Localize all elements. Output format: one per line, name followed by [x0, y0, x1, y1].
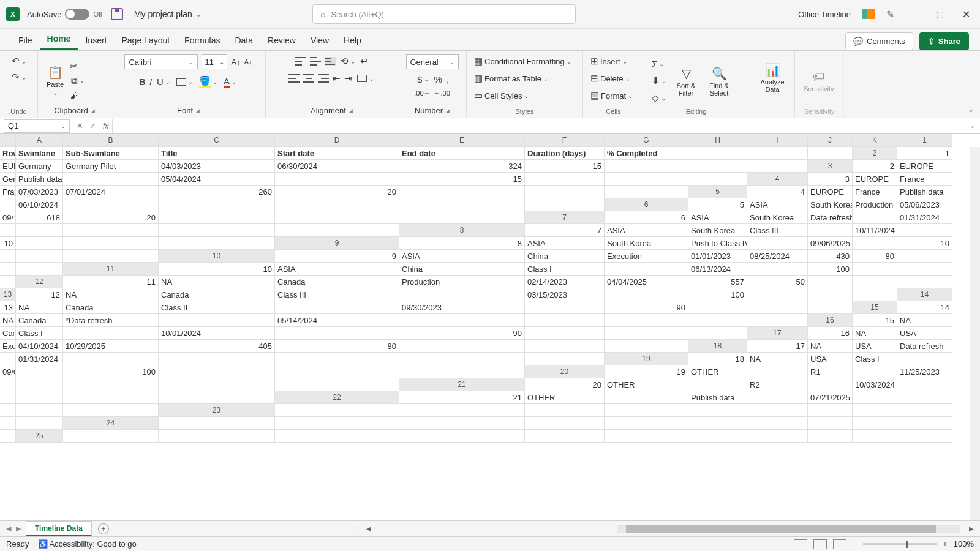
cell-J14[interactable] [747, 301, 808, 314]
cell-F16[interactable]: 10/01/2024 [159, 327, 275, 340]
cell-D21[interactable]: R2 [747, 378, 808, 391]
copy-button[interactable]: ⧉⌄ [70, 74, 86, 88]
cell-D18[interactable]: Data refresh [897, 340, 952, 353]
status-accessibility[interactable]: ♿ Accessibility: Good to go [38, 539, 137, 549]
cell-K24[interactable] [0, 430, 16, 443]
cell-I14[interactable] [688, 301, 747, 314]
row-header-4[interactable]: 4 [747, 173, 808, 186]
search-input[interactable]: ⌕ Search (Alt+Q) [312, 4, 576, 24]
cell-J20[interactable] [159, 378, 275, 391]
cell-B12[interactable]: NA [159, 276, 275, 288]
cell-B7[interactable]: ASIA [688, 211, 747, 224]
cell-C22[interactable] [605, 391, 688, 404]
autosave-toggle[interactable]: AutoSave Off [27, 9, 102, 20]
cell-J12[interactable] [853, 276, 897, 288]
cell-I20[interactable] [63, 378, 159, 391]
tab-file[interactable]: File [11, 31, 40, 50]
cell-J19[interactable] [275, 365, 399, 378]
cell-H8[interactable]: 10 [0, 237, 16, 250]
cell-J9[interactable] [16, 250, 63, 263]
cell-J21[interactable] [63, 391, 159, 404]
cell-I8[interactable] [16, 237, 63, 250]
cell-J24[interactable] [897, 417, 952, 430]
cell-J18[interactable] [399, 353, 525, 365]
decrease-indent-icon[interactable]: ⇤ [333, 73, 341, 84]
add-sheet-button[interactable]: + [98, 523, 109, 534]
cell-B2[interactable]: EUROPE [0, 160, 16, 173]
cell-G14[interactable] [525, 301, 605, 314]
align-top-icon[interactable] [295, 57, 306, 66]
cell-F17[interactable]: 10/29/2025 [63, 340, 159, 353]
cell-K4[interactable] [605, 186, 688, 198]
cell-B3[interactable]: EUROPE [897, 160, 952, 173]
cell-B6[interactable]: ASIA [747, 198, 808, 211]
cell-F10[interactable]: 08/25/2024 [747, 250, 808, 263]
cell-A5[interactable]: 4 [747, 186, 808, 198]
cell-I16[interactable] [525, 327, 605, 340]
font-color-button[interactable]: A⌄ [222, 75, 238, 89]
cell-K18[interactable] [525, 353, 605, 365]
cell-I17[interactable] [399, 340, 525, 353]
cell-A1[interactable]: Row ID [0, 147, 16, 160]
cell-H22[interactable] [897, 391, 952, 404]
cell-G6[interactable]: 618 [16, 211, 63, 224]
cell-I9[interactable] [0, 250, 16, 263]
cell-D22[interactable]: Publish data [688, 391, 747, 404]
row-header-13[interactable]: 13 [0, 288, 16, 301]
cell-E12[interactable]: 02/14/2023 [525, 276, 605, 288]
cell-F21[interactable]: 10/03/2024 [853, 378, 897, 391]
cell-G7[interactable] [0, 224, 16, 237]
cell-C6[interactable]: South Korea [808, 198, 853, 211]
cell-A3[interactable]: 2 [853, 160, 897, 173]
cell-K2[interactable] [747, 160, 808, 173]
cell-I6[interactable] [159, 211, 275, 224]
cell-B21[interactable]: OTHER [605, 378, 688, 391]
cell-F7[interactable]: 01/31/2024 [897, 211, 952, 224]
cell-J4[interactable] [525, 186, 605, 198]
fx-icon[interactable]: fx [99, 122, 112, 130]
collapse-ribbon-icon[interactable]: ⌄ [968, 105, 974, 114]
format-painter-icon[interactable]: 🖌 [70, 90, 86, 100]
hscroll-right-icon[interactable]: ▶ [967, 525, 976, 532]
insert-cells-button[interactable]: ⊞Insert⌄ [589, 54, 628, 68]
format-as-table-button[interactable]: ▥Format as Table⌄ [473, 72, 549, 85]
row-header-21[interactable]: 21 [399, 378, 525, 391]
percent-icon[interactable]: % [434, 74, 442, 84]
cell-H24[interactable] [808, 417, 853, 430]
comma-icon[interactable]: , [446, 74, 448, 84]
row-header-14[interactable]: 14 [897, 288, 952, 301]
cell-K25[interactable] [897, 430, 952, 443]
cell-I11[interactable] [853, 263, 897, 276]
underline-button[interactable]: U⌄ [156, 75, 172, 88]
cell-C12[interactable]: Canada [275, 276, 399, 288]
cell-A19[interactable]: 18 [688, 353, 747, 365]
cell-J17[interactable] [525, 340, 605, 353]
cell-E22[interactable] [747, 391, 808, 404]
align-middle-icon[interactable] [310, 57, 321, 66]
cell-K15[interactable] [747, 314, 808, 327]
column-header-C[interactable]: C [159, 134, 275, 147]
cell-F9[interactable]: 09/06/2025 [808, 237, 853, 250]
cell-B10[interactable]: ASIA [399, 250, 525, 263]
cell-A13[interactable]: 12 [16, 288, 63, 301]
cell-E13[interactable] [399, 288, 525, 301]
cell-K7[interactable] [275, 224, 399, 237]
spreadsheet-grid[interactable]: ABCDEFGHIJK1Row IDSwimlaneSub-SwimlaneTi… [0, 134, 980, 520]
cell-G4[interactable]: 260 [159, 186, 275, 198]
cell-B9[interactable]: ASIA [525, 237, 605, 250]
cell-H15[interactable] [525, 314, 605, 327]
cell-C9[interactable]: South Korea [605, 237, 688, 250]
cell-D12[interactable]: Production [399, 276, 525, 288]
cell-C5[interactable]: France [853, 186, 897, 198]
cell-D4[interactable]: France Pilot [0, 186, 16, 198]
cell-D5[interactable]: Publish data [897, 186, 952, 198]
column-header-G[interactable]: G [605, 134, 688, 147]
row-header-24[interactable]: 24 [63, 417, 159, 430]
cell-J5[interactable] [399, 198, 525, 211]
cell-A21[interactable]: 20 [525, 378, 605, 391]
column-header-B[interactable]: B [63, 134, 159, 147]
paste-button[interactable]: 📋 Paste ⌄ [44, 64, 66, 97]
hscroll-left-icon[interactable]: ◀ [364, 525, 374, 532]
row-header-8[interactable]: 8 [399, 224, 525, 237]
zoom-in-button[interactable]: + [943, 539, 948, 549]
